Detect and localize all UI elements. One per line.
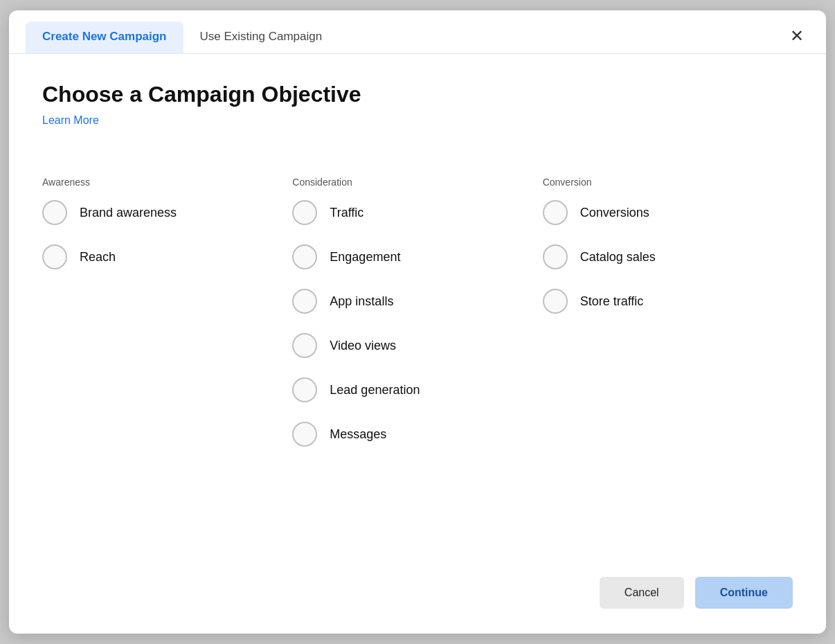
option-store-traffic[interactable]: Store traffic	[543, 289, 776, 314]
option-catalog-sales[interactable]: Catalog sales	[543, 244, 776, 269]
label-app-installs: App installs	[330, 294, 393, 309]
label-catalog-sales: Catalog sales	[580, 250, 656, 265]
label-reach: Reach	[80, 250, 116, 265]
continue-button[interactable]: Continue	[695, 577, 793, 609]
learn-more-link[interactable]: Learn More	[42, 114, 99, 127]
option-app-installs[interactable]: App installs	[292, 289, 526, 314]
tab-create-new-campaign[interactable]: Create New Campaign	[26, 21, 183, 53]
label-lead-generation: Lead generation	[330, 383, 420, 397]
conversion-column: Conversion Conversions Catalog sales Sto…	[543, 177, 793, 466]
radio-catalog-sales[interactable]	[543, 244, 568, 269]
label-store-traffic: Store traffic	[580, 294, 644, 309]
option-engagement[interactable]: Engagement	[292, 244, 526, 269]
modal-tabs: Create New Campaign Use Existing Campaig…	[9, 10, 826, 54]
cancel-button[interactable]: Cancel	[600, 577, 684, 609]
consideration-column: Consideration Traffic Engagement App ins…	[292, 177, 542, 466]
consideration-label: Consideration	[292, 177, 526, 188]
modal-body: Choose a Campaign Objective Learn More A…	[9, 54, 826, 560]
label-conversions: Conversions	[580, 206, 649, 220]
awareness-label: Awareness	[42, 177, 276, 188]
option-reach[interactable]: Reach	[42, 244, 276, 269]
modal-footer: Cancel Continue	[9, 560, 826, 634]
modal-overlay: Create New Campaign Use Existing Campaig…	[0, 0, 835, 644]
option-lead-generation[interactable]: Lead generation	[292, 377, 526, 402]
close-button[interactable]: ✕	[784, 25, 809, 47]
radio-lead-generation[interactable]	[292, 377, 317, 402]
objectives-grid: Awareness Brand awareness Reach Consider…	[42, 177, 793, 466]
tab-use-existing-campaign[interactable]: Use Existing Campaign	[183, 21, 339, 53]
modal-title: Choose a Campaign Objective	[42, 82, 793, 107]
option-traffic[interactable]: Traffic	[292, 200, 526, 225]
radio-store-traffic[interactable]	[543, 289, 568, 314]
radio-engagement[interactable]	[292, 244, 317, 269]
radio-video-views[interactable]	[292, 333, 317, 358]
label-video-views: Video views	[330, 339, 396, 353]
option-conversions[interactable]: Conversions	[543, 200, 776, 225]
label-traffic: Traffic	[330, 206, 363, 220]
campaign-modal: Create New Campaign Use Existing Campaig…	[9, 10, 826, 634]
radio-conversions[interactable]	[543, 200, 568, 225]
label-brand-awareness: Brand awareness	[80, 206, 177, 220]
option-video-views[interactable]: Video views	[292, 333, 526, 358]
awareness-column: Awareness Brand awareness Reach	[42, 177, 292, 466]
option-brand-awareness[interactable]: Brand awareness	[42, 200, 276, 225]
radio-messages[interactable]	[292, 422, 317, 447]
option-messages[interactable]: Messages	[292, 422, 526, 447]
label-engagement: Engagement	[330, 250, 400, 265]
radio-app-installs[interactable]	[292, 289, 317, 314]
label-messages: Messages	[330, 427, 386, 442]
radio-reach[interactable]	[42, 244, 67, 269]
radio-brand-awareness[interactable]	[42, 200, 67, 225]
radio-traffic[interactable]	[292, 200, 317, 225]
conversion-label: Conversion	[543, 177, 776, 188]
